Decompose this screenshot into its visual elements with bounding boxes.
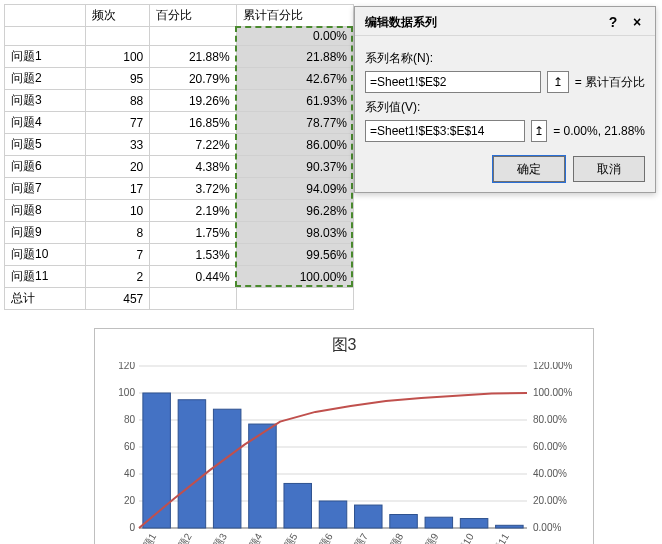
table-row[interactable]: 问题110021.88%21.88% xyxy=(5,46,354,68)
table-row[interactable]: 问题5337.22%86.00% xyxy=(5,134,354,156)
bar xyxy=(425,517,453,528)
hdr-freq: 频次 xyxy=(85,5,149,27)
series-values-preview: = 0.00%, 21.88% xyxy=(553,124,645,138)
table-row[interactable]: 问题7173.72%94.09% xyxy=(5,178,354,200)
row-cum[interactable]: 78.77% xyxy=(236,112,353,134)
row-label[interactable]: 问题8 xyxy=(5,200,86,222)
dialog-title: 编辑数据系列 xyxy=(365,14,437,31)
svg-text:问题4: 问题4 xyxy=(242,531,265,544)
row-freq[interactable]: 7 xyxy=(85,244,149,266)
row-label[interactable]: 问题11 xyxy=(5,266,86,288)
series-values-input[interactable] xyxy=(365,120,525,142)
svg-text:问题11: 问题11 xyxy=(486,531,511,544)
svg-text:问题9: 问题9 xyxy=(418,531,441,544)
row-label[interactable]: 问题2 xyxy=(5,68,86,90)
row-cum[interactable]: 61.93% xyxy=(236,90,353,112)
row-label[interactable]: 问题7 xyxy=(5,178,86,200)
row-cum[interactable]: 90.37% xyxy=(236,156,353,178)
hdr-pct: 百分比 xyxy=(150,5,236,27)
table-row[interactable]: 问题29520.79%42.67% xyxy=(5,68,354,90)
ref-picker-icon[interactable]: ↥ xyxy=(531,120,547,142)
row-label[interactable]: 问题5 xyxy=(5,134,86,156)
row-freq[interactable]: 77 xyxy=(85,112,149,134)
svg-text:80.00%: 80.00% xyxy=(533,414,567,425)
svg-text:40: 40 xyxy=(124,468,136,479)
bar xyxy=(213,409,241,528)
total-label[interactable]: 总计 xyxy=(5,288,86,310)
table-row[interactable]: 问题1071.53%99.56% xyxy=(5,244,354,266)
svg-text:100.00%: 100.00% xyxy=(533,387,573,398)
row-cum[interactable]: 86.00% xyxy=(236,134,353,156)
svg-text:问题2: 问题2 xyxy=(171,531,194,544)
row-freq[interactable]: 2 xyxy=(85,266,149,288)
row-cum[interactable]: 21.88% xyxy=(236,46,353,68)
table-row[interactable]: 问题981.75%98.03% xyxy=(5,222,354,244)
series-name-preview: = 累计百分比 xyxy=(575,74,645,91)
edit-series-dialog: 编辑数据系列 ? × 系列名称(N): ↥ = 累计百分比 系列值(V): ↥ … xyxy=(354,6,656,193)
row-freq[interactable]: 10 xyxy=(85,200,149,222)
row-cum[interactable]: 100.00% xyxy=(236,266,353,288)
table-row[interactable]: 问题38819.26%61.93% xyxy=(5,90,354,112)
row-label[interactable]: 问题10 xyxy=(5,244,86,266)
row-pct[interactable]: 0.44% xyxy=(150,266,236,288)
cancel-button[interactable]: 取消 xyxy=(573,156,645,182)
row-cum[interactable]: 94.09% xyxy=(236,178,353,200)
svg-text:60.00%: 60.00% xyxy=(533,441,567,452)
ok-button[interactable]: 确定 xyxy=(493,156,565,182)
svg-text:120: 120 xyxy=(118,362,135,371)
row-pct[interactable]: 4.38% xyxy=(150,156,236,178)
row-pct[interactable]: 3.72% xyxy=(150,178,236,200)
row-cum[interactable]: 42.67% xyxy=(236,68,353,90)
series-name-input[interactable] xyxy=(365,71,541,93)
bar xyxy=(460,519,488,528)
bar xyxy=(284,483,312,528)
pareto-chart[interactable]: 图3 0204060801001200.00%20.00%40.00%60.00… xyxy=(94,328,594,544)
bar xyxy=(143,393,171,528)
svg-text:20.00%: 20.00% xyxy=(533,495,567,506)
row-freq[interactable]: 20 xyxy=(85,156,149,178)
close-icon[interactable]: × xyxy=(625,13,649,31)
svg-text:40.00%: 40.00% xyxy=(533,468,567,479)
row-label[interactable]: 问题4 xyxy=(5,112,86,134)
row-pct[interactable]: 1.75% xyxy=(150,222,236,244)
row-pct[interactable]: 21.88% xyxy=(150,46,236,68)
spreadsheet[interactable]: 频次 百分比 累计百分比 0.00% 问题110021.88%21.88%问题2… xyxy=(4,4,354,310)
svg-text:20: 20 xyxy=(124,495,136,506)
row-label[interactable]: 问题1 xyxy=(5,46,86,68)
row-pct[interactable]: 20.79% xyxy=(150,68,236,90)
table-row[interactable]: 问题6204.38%90.37% xyxy=(5,156,354,178)
row-cum[interactable]: 96.28% xyxy=(236,200,353,222)
svg-text:问题5: 问题5 xyxy=(277,531,300,544)
svg-text:0.00%: 0.00% xyxy=(533,522,561,533)
svg-text:100: 100 xyxy=(118,387,135,398)
ref-picker-icon[interactable]: ↥ xyxy=(547,71,569,93)
row-label[interactable]: 问题6 xyxy=(5,156,86,178)
row-cum[interactable]: 99.56% xyxy=(236,244,353,266)
row-pct[interactable]: 19.26% xyxy=(150,90,236,112)
chart-canvas: 0204060801001200.00%20.00%40.00%60.00%80… xyxy=(105,362,583,544)
row-freq[interactable]: 33 xyxy=(85,134,149,156)
row-freq[interactable]: 8 xyxy=(85,222,149,244)
row-label[interactable]: 问题3 xyxy=(5,90,86,112)
svg-text:问题7: 问题7 xyxy=(348,531,371,544)
series-name-label: 系列名称(N): xyxy=(365,50,645,67)
row-pct[interactable]: 16.85% xyxy=(150,112,236,134)
row-freq[interactable]: 100 xyxy=(85,46,149,68)
row-freq[interactable]: 95 xyxy=(85,68,149,90)
table-row[interactable]: 问题8102.19%96.28% xyxy=(5,200,354,222)
row-freq[interactable]: 17 xyxy=(85,178,149,200)
row-freq[interactable]: 88 xyxy=(85,90,149,112)
table-row[interactable]: 问题1120.44%100.00% xyxy=(5,266,354,288)
svg-text:问题3: 问题3 xyxy=(207,531,230,544)
row-label[interactable]: 问题9 xyxy=(5,222,86,244)
table-row[interactable]: 问题47716.85%78.77% xyxy=(5,112,354,134)
row-pct[interactable]: 7.22% xyxy=(150,134,236,156)
total-freq[interactable]: 457 xyxy=(85,288,149,310)
svg-text:80: 80 xyxy=(124,414,136,425)
svg-text:问题10: 问题10 xyxy=(451,531,476,544)
row-pct[interactable]: 2.19% xyxy=(150,200,236,222)
row-cum[interactable]: 98.03% xyxy=(236,222,353,244)
help-icon[interactable]: ? xyxy=(601,13,625,31)
cum-first[interactable]: 0.00% xyxy=(236,27,353,46)
row-pct[interactable]: 1.53% xyxy=(150,244,236,266)
